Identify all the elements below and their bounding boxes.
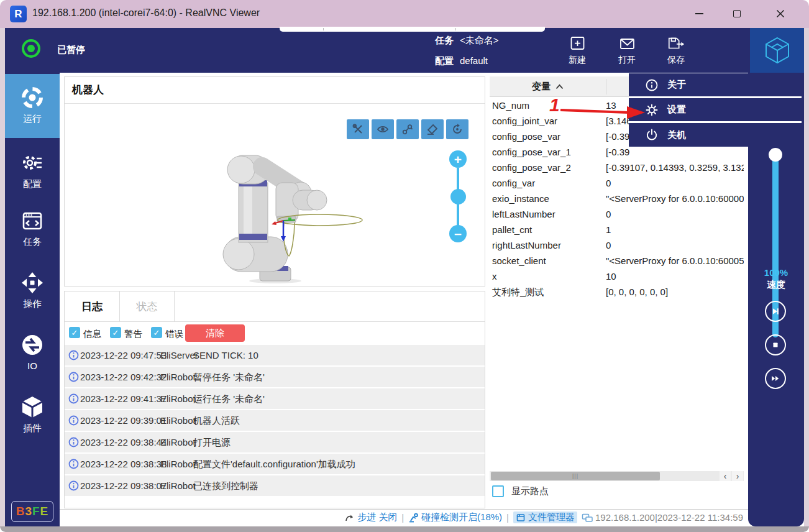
log-row[interactable]: 2023-12-22 09:38:44 EliRobot 打开电源 bbox=[65, 432, 485, 452]
variable-row[interactable]: pallet_cnt1 bbox=[490, 222, 744, 238]
reset-view-button[interactable] bbox=[446, 119, 468, 139]
filter-warning-checkbox[interactable]: ✓ bbox=[110, 327, 121, 338]
tools-button[interactable] bbox=[347, 119, 369, 139]
variables-title: 变量 bbox=[532, 81, 551, 93]
menu-item-about[interactable]: 关于 bbox=[629, 73, 802, 98]
system-menu: 关于 设置 关机 bbox=[629, 73, 802, 147]
log-time: 2023-12-22 09:41:37 bbox=[80, 393, 167, 404]
variable-row[interactable]: config_var0 bbox=[490, 176, 744, 191]
sidebar-item-config[interactable]: 配置 bbox=[5, 144, 60, 201]
window-frame-bottom bbox=[0, 526, 809, 532]
variable-value: [-0.39 bbox=[606, 147, 629, 157]
log-row[interactable]: 2023-12-22 09:38:07 EliRobot 已连接到控制器 bbox=[65, 475, 485, 496]
config-value: default bbox=[460, 55, 488, 66]
filter-error-checkbox[interactable]: ✓ bbox=[151, 327, 162, 338]
step-mode-status[interactable]: 步进 关闭 bbox=[345, 511, 397, 523]
log-row[interactable]: 2023-12-22 09:42:32 EliRobot 暂停任务 '未命名' bbox=[65, 367, 485, 387]
variable-row[interactable]: socket_client"<ServerProxy for 6.0.0.10:… bbox=[490, 254, 744, 269]
robot-3d-view[interactable] bbox=[214, 147, 437, 283]
variable-value: "<ServerProxy for 6.0.0.10:60005, bbox=[606, 255, 744, 266]
show-waypoints-option[interactable]: 显示路点 bbox=[492, 485, 549, 497]
clear-log-button[interactable]: 清除 bbox=[185, 324, 245, 342]
tools-icon bbox=[352, 123, 364, 135]
variable-name: rightLastNumber bbox=[492, 240, 561, 250]
check-icon: ✓ bbox=[112, 328, 119, 337]
zoom-in-button[interactable]: + bbox=[449, 150, 467, 168]
divider bbox=[65, 321, 485, 322]
zoom-slider-thumb[interactable] bbox=[450, 189, 466, 204]
robot-panel-title: 机器人 bbox=[72, 83, 104, 97]
horizontal-scrollbar[interactable]: ||| ‹ › bbox=[490, 471, 744, 481]
menu-item-shutdown[interactable]: 关机 bbox=[629, 123, 802, 147]
brand-logo-box[interactable] bbox=[750, 28, 804, 73]
sidebar-item-label: 任务 bbox=[23, 236, 42, 248]
speed-slider-thumb[interactable] bbox=[769, 148, 782, 162]
stop-button[interactable] bbox=[765, 334, 786, 355]
info-icon bbox=[68, 372, 79, 385]
info-icon bbox=[68, 437, 79, 450]
variable-row[interactable]: rightLastNumber0 bbox=[490, 238, 744, 254]
new-task-button[interactable]: 新建 bbox=[558, 30, 596, 70]
variable-row[interactable]: 艾利特_测试[0, 0, 0, 0, 0, 0] bbox=[490, 285, 744, 300]
variable-row[interactable]: exio_instance"<ServerProxy for 6.0.0.10:… bbox=[490, 191, 744, 207]
variable-name: pallet_cnt bbox=[492, 224, 532, 235]
robot-panel: 机器人 bbox=[64, 76, 485, 287]
separator: | bbox=[401, 512, 404, 523]
variable-value: [0, 0, 0, 0, 0, 0] bbox=[606, 287, 668, 297]
open-task-button[interactable]: 打开 bbox=[608, 30, 646, 70]
minimize-button[interactable] bbox=[685, 0, 713, 27]
maximize-button[interactable] bbox=[723, 0, 751, 27]
variable-value: 0 bbox=[606, 178, 611, 188]
collision-detection-status[interactable]: 碰撞检测开启(18%) bbox=[408, 511, 502, 523]
info-icon bbox=[68, 350, 79, 363]
info-icon bbox=[68, 459, 79, 472]
sidebar-item-jog[interactable]: 操作 bbox=[5, 264, 60, 321]
log-source: EliServer bbox=[160, 350, 198, 360]
log-row[interactable]: 2023-12-22 09:38:38 EliRobot 配置文件'defaul… bbox=[65, 454, 485, 474]
menu-item-settings[interactable]: 设置 bbox=[629, 98, 802, 123]
log-row[interactable]: 2023-12-22 09:47:53 EliServer SEND TICK:… bbox=[65, 345, 485, 365]
sidebar-item-task[interactable]: 任务 bbox=[5, 202, 60, 259]
visibility-button[interactable] bbox=[372, 119, 394, 139]
log-row[interactable]: 2023-12-22 09:39:01 EliRobot 机器人活跃 bbox=[65, 410, 485, 431]
scroll-left-button[interactable]: ‹ bbox=[720, 471, 731, 481]
path-button[interactable] bbox=[396, 119, 419, 139]
log-time: 2023-12-22 09:42:32 bbox=[80, 372, 167, 382]
app-header: 已暂停 任务<未命名> 配置default 新建 打开 保存 bbox=[5, 28, 804, 73]
scroll-right-button[interactable]: › bbox=[732, 471, 743, 481]
step-icon bbox=[345, 513, 355, 523]
variable-name: leftLastNumber bbox=[492, 209, 555, 219]
variable-row[interactable]: config_pose_var_1[-0.39 bbox=[490, 145, 744, 160]
sidebar-item-label: 插件 bbox=[23, 423, 42, 434]
zoom-out-button[interactable]: − bbox=[449, 225, 467, 242]
maximize-icon bbox=[733, 10, 741, 17]
file-manager-button[interactable]: 文件管理器 bbox=[513, 511, 577, 523]
tab-status[interactable]: 状态 bbox=[120, 291, 175, 321]
save-task-button[interactable]: 保存 bbox=[657, 30, 695, 70]
eraser-icon bbox=[426, 123, 439, 135]
close-button[interactable] bbox=[766, 0, 795, 27]
badge-letter: 3 bbox=[25, 505, 32, 518]
variable-value: "<ServerProxy for 6.0.0.10:60000, bbox=[606, 193, 744, 204]
variable-row[interactable]: leftLastNumber0 bbox=[490, 207, 744, 222]
info-icon bbox=[645, 78, 659, 92]
fast-forward-button[interactable] bbox=[765, 368, 786, 389]
filter-info-checkbox[interactable]: ✓ bbox=[69, 327, 80, 338]
log-source: EliRobot bbox=[160, 415, 196, 426]
variable-row[interactable]: x10 bbox=[490, 269, 744, 285]
step-forward-button[interactable] bbox=[765, 301, 786, 322]
sidebar-item-plugin[interactable]: 插件 bbox=[5, 388, 60, 446]
variable-row[interactable]: config_pose_var_2[-0.39107, 0.14393, 0.3… bbox=[490, 160, 744, 176]
sidebar-item-run[interactable]: 运行 bbox=[5, 74, 60, 138]
sidebar-item-io[interactable]: IO bbox=[5, 326, 60, 383]
log-row[interactable]: 2023-12-22 09:41:37 EliRobot 运行任务 '未命名' bbox=[65, 388, 485, 409]
vnc-toolbar-strip[interactable] bbox=[280, 27, 545, 32]
skip-forward-icon bbox=[769, 305, 782, 318]
tab-log[interactable]: 日志 bbox=[65, 291, 120, 321]
log-message: 已连接到控制器 bbox=[193, 480, 258, 492]
scrollbar-thumb[interactable]: ||| bbox=[491, 472, 660, 480]
erase-button[interactable] bbox=[421, 119, 444, 139]
show-waypoints-checkbox[interactable] bbox=[492, 485, 504, 497]
variable-value: 0 bbox=[606, 240, 611, 250]
connection-status: 192.168.1.200|2023-12-22 11:34:59 bbox=[582, 512, 743, 523]
